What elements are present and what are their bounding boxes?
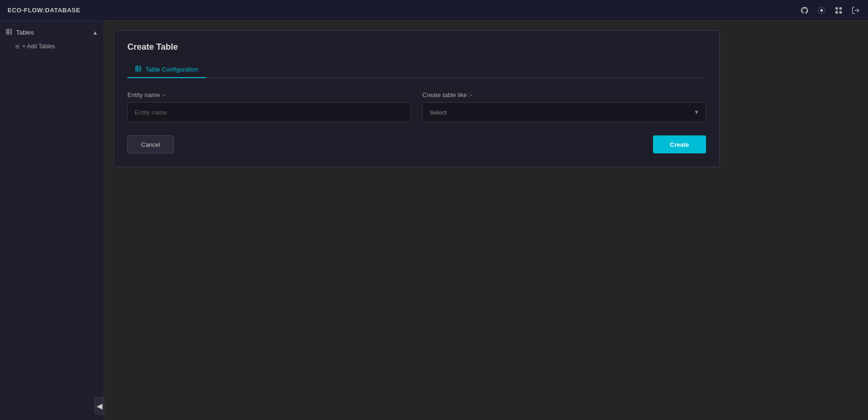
svg-point-0 (820, 9, 823, 12)
sidebar: Tables ▲ ⊞ + Add Tables ◀ (0, 21, 104, 420)
grid-icon[interactable] (834, 6, 843, 15)
create-button[interactable]: Create (653, 135, 706, 153)
header-icons-group (800, 6, 860, 15)
svg-rect-6 (7, 29, 12, 35)
add-tables-label: + Add Tables (22, 43, 55, 50)
main-layout: Tables ▲ ⊞ + Add Tables ◀ Create Table (0, 21, 868, 420)
tabs-bar: Table Configuration (127, 62, 706, 78)
content-area: Create Table Table Configuration (104, 21, 868, 420)
app-header: ECO-FLOW:DATABASE (0, 0, 868, 21)
cancel-button[interactable]: Cancel (127, 135, 174, 153)
create-table-like-select[interactable]: Select (422, 102, 706, 122)
tab-table-configuration[interactable]: Table Configuration (127, 62, 206, 78)
svg-rect-3 (835, 11, 838, 13)
collapse-icon: ◀ (97, 402, 102, 411)
create-table-title: Create Table (127, 42, 706, 52)
app-title: ECO-FLOW:DATABASE (8, 7, 81, 14)
select-wrapper: Select ▼ (422, 102, 706, 122)
form-row: Entity name :- Create table like :- Sele… (127, 91, 706, 122)
sidebar-collapse-button[interactable]: ◀ (95, 397, 104, 414)
tables-section-header[interactable]: Tables ▲ (0, 25, 104, 40)
entity-name-group: Entity name :- (127, 91, 411, 122)
svg-rect-10 (136, 66, 141, 71)
create-table-card: Create Table Table Configuration (114, 30, 720, 167)
logout-icon[interactable] (851, 6, 860, 15)
sun-icon[interactable] (817, 6, 826, 15)
svg-rect-1 (835, 7, 838, 9)
github-icon[interactable] (800, 6, 809, 15)
tables-chevron-icon: ▲ (92, 29, 98, 36)
add-tables-item[interactable]: ⊞ + Add Tables (0, 40, 104, 53)
svg-rect-2 (840, 7, 842, 9)
entity-name-input[interactable] (127, 102, 411, 122)
tables-section: Tables ▲ ⊞ + Add Tables (0, 21, 104, 56)
create-table-like-group: Create table like :- Select ▼ (422, 91, 706, 122)
tab-table-configuration-label: Table Configuration (145, 66, 198, 73)
table-icon (6, 28, 12, 36)
tables-section-title: Tables (6, 28, 34, 36)
table-config-tab-icon (135, 65, 142, 73)
tables-label: Tables (16, 29, 34, 36)
add-tables-icon: ⊞ (15, 44, 19, 50)
svg-rect-4 (840, 11, 842, 13)
entity-name-label: Entity name :- (127, 91, 411, 98)
buttons-row: Cancel Create (127, 135, 706, 153)
create-table-like-label: Create table like :- (422, 91, 706, 98)
